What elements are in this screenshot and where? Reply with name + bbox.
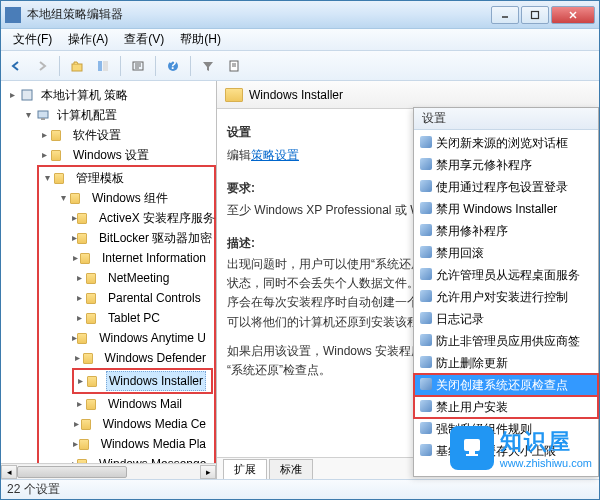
expand-icon[interactable]: ▸ xyxy=(5,86,19,104)
scroll-thumb[interactable] xyxy=(17,466,127,478)
settings-list: 关闭新来源的浏览对话框禁用享元修补程序使用通过程序包设置登录禁用 Windows… xyxy=(414,130,598,464)
tree-software-settings[interactable]: ▸ 软件设置 xyxy=(37,125,216,145)
svg-rect-15 xyxy=(41,118,45,120)
window-title: 本地组策略编辑器 xyxy=(27,6,491,23)
collapse-icon[interactable]: ▾ xyxy=(21,106,35,124)
maximize-button[interactable] xyxy=(521,6,549,24)
tree-item[interactable]: ▸Windows Anytime U xyxy=(72,328,213,348)
expand-icon[interactable]: ▸ xyxy=(37,146,51,164)
settings-item[interactable]: 日志记录 xyxy=(414,308,598,330)
tree-item[interactable]: ▸ActiveX 安装程序服务 xyxy=(72,208,213,228)
collapse-icon[interactable]: ▾ xyxy=(56,189,70,207)
tree-item-label: Windows Anytime U xyxy=(96,328,209,348)
menu-action[interactable]: 操作(A) xyxy=(60,29,116,50)
back-button[interactable] xyxy=(5,55,27,77)
svg-rect-1 xyxy=(532,11,539,18)
up-button[interactable] xyxy=(66,55,88,77)
detail-title: Windows Installer xyxy=(249,88,343,102)
tree-item-label: Windows Defender xyxy=(102,348,209,368)
settings-item[interactable]: 关闭新来源的浏览对话框 xyxy=(414,132,598,154)
tree-scroll[interactable]: ▸ 本地计算机 策略 ▾ 计算机配置 ▸ xyxy=(1,81,216,463)
tree-hscrollbar[interactable]: ◂ ▸ xyxy=(1,463,216,479)
scroll-left-button[interactable]: ◂ xyxy=(1,465,17,479)
svg-text:?: ? xyxy=(169,59,176,72)
settings-item[interactable]: 禁用回滚 xyxy=(414,242,598,264)
toolbar-separator xyxy=(155,56,156,76)
expand-icon[interactable]: ▸ xyxy=(72,435,79,453)
folder-icon xyxy=(86,290,102,306)
folder-icon xyxy=(86,396,102,412)
help-button[interactable]: ? xyxy=(162,55,184,77)
collapse-icon[interactable]: ▾ xyxy=(40,169,54,187)
tree-item[interactable]: ▸Windows Mail xyxy=(72,394,213,414)
menu-view[interactable]: 查看(V) xyxy=(116,29,172,50)
tree-item-label: Windows Installer xyxy=(106,371,206,391)
policy-settings-link[interactable]: 策略设置 xyxy=(251,148,299,162)
tree-item-label: Tablet PC xyxy=(105,308,163,328)
tree-computer-config[interactable]: ▾ 计算机配置 xyxy=(21,105,216,125)
filter-button[interactable] xyxy=(197,55,219,77)
settings-item[interactable]: 允许用户对安装进行控制 xyxy=(414,286,598,308)
tree-item-label: Parental Controls xyxy=(105,288,204,308)
minimize-button[interactable] xyxy=(491,6,519,24)
toolbar-separator xyxy=(120,56,121,76)
toolbar: ? xyxy=(1,51,599,81)
scroll-track[interactable] xyxy=(17,465,200,479)
tree-item[interactable]: ▸NetMeeting xyxy=(72,268,213,288)
tree-item[interactable]: ▸Windows Media Ce xyxy=(72,414,213,434)
admin-templates-highlight: ▾ 管理模板 ▾ Windows 组件 xyxy=(37,165,216,463)
expand-icon[interactable]: ▸ xyxy=(72,309,86,327)
tree-admin-templates[interactable]: ▾ 管理模板 xyxy=(40,168,213,188)
properties-button[interactable] xyxy=(223,55,245,77)
expand-icon[interactable]: ▸ xyxy=(72,349,83,367)
menu-file[interactable]: 文件(F) xyxy=(5,29,60,50)
expand-icon[interactable]: ▸ xyxy=(72,269,86,287)
scroll-right-button[interactable]: ▸ xyxy=(200,465,216,479)
settings-item[interactable]: 关闭创建系统还原检查点 xyxy=(414,374,598,396)
tab-standard[interactable]: 标准 xyxy=(269,459,313,479)
tab-extended[interactable]: 扩展 xyxy=(223,459,267,479)
close-button[interactable] xyxy=(551,6,595,24)
svg-rect-6 xyxy=(103,61,108,71)
settings-item[interactable]: 基线文件缓存大小上限 xyxy=(414,440,598,462)
tree-item[interactable]: ▸Internet Information xyxy=(72,248,213,268)
tree-root-node[interactable]: ▸ 本地计算机 策略 xyxy=(5,85,216,105)
settings-item[interactable]: 允许管理员从远程桌面服务 xyxy=(414,264,598,286)
tree-item[interactable]: ▸Windows Installer xyxy=(75,371,210,391)
folder-icon xyxy=(81,416,97,432)
tree-item[interactable]: ▸Windows Defender xyxy=(72,348,213,368)
tree-windows-components[interactable]: ▾ Windows 组件 xyxy=(56,188,213,208)
settings-item[interactable]: 禁用 Windows Installer xyxy=(414,198,598,220)
tree-item[interactable]: ▸BitLocker 驱动器加密 xyxy=(72,228,213,248)
expand-icon[interactable]: ▸ xyxy=(72,395,86,413)
settings-item[interactable]: 防止非管理员应用供应商签 xyxy=(414,330,598,352)
expand-icon[interactable]: ▸ xyxy=(72,249,80,267)
status-text: 22 个设置 xyxy=(7,481,60,498)
tree-item-label: Internet Information xyxy=(99,248,209,268)
settings-item[interactable]: 强制升级组件规则 xyxy=(414,418,598,440)
tree-item[interactable]: ▸Windows Messenge xyxy=(72,454,213,463)
settings-item[interactable]: 禁止用户安装 xyxy=(414,396,598,418)
expand-icon[interactable]: ▸ xyxy=(75,372,87,390)
expand-icon[interactable]: ▸ xyxy=(37,126,51,144)
export-button[interactable] xyxy=(127,55,149,77)
menu-help[interactable]: 帮助(H) xyxy=(172,29,229,50)
tree-item[interactable]: ▸Tablet PC xyxy=(72,308,213,328)
tree-windows-settings[interactable]: ▸ Windows 设置 xyxy=(37,145,216,165)
expand-icon[interactable]: ▸ xyxy=(72,415,81,433)
detail-header: Windows Installer xyxy=(217,81,599,109)
expand-icon[interactable]: ▸ xyxy=(72,289,86,307)
statusbar: 22 个设置 xyxy=(1,479,599,499)
tree-item[interactable]: ▸Windows Media Pla xyxy=(72,434,213,454)
folder-icon xyxy=(51,127,67,143)
forward-button[interactable] xyxy=(31,55,53,77)
show-hide-tree-button[interactable] xyxy=(92,55,114,77)
settings-item[interactable]: 禁用修补程序 xyxy=(414,220,598,242)
folder-icon xyxy=(80,250,96,266)
folder-icon xyxy=(51,147,67,163)
settings-item[interactable]: 防止删除更新 xyxy=(414,352,598,374)
settings-item[interactable]: 禁用享元修补程序 xyxy=(414,154,598,176)
settings-item[interactable]: 使用通过程序包设置登录 xyxy=(414,176,598,198)
settings-panel-header: 设置 xyxy=(414,108,598,130)
tree-item[interactable]: ▸Parental Controls xyxy=(72,288,213,308)
